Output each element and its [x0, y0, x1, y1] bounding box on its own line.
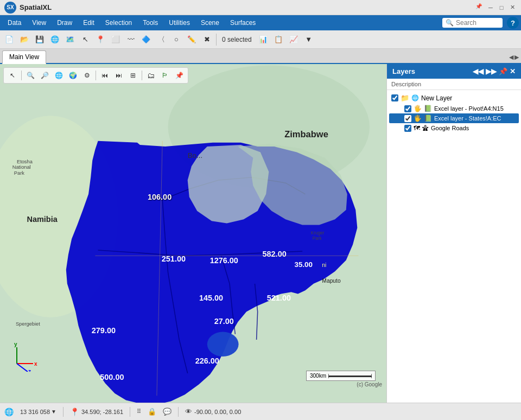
tree-item-checkbox-layer2[interactable]: [404, 115, 411, 122]
map-tool-flag[interactable]: 🏳: [158, 69, 171, 82]
tree-item-layer1[interactable]: 🖐 📗 Excel layer - Pivot!A4:N15: [389, 104, 519, 113]
tree-item-layer2[interactable]: 🖐 📗 Excel layer - States!A:EC: [389, 113, 519, 123]
tree-item-icon-roads: 🗺: [414, 124, 420, 132]
tab-arrow-right[interactable]: ▶: [514, 54, 519, 61]
window-controls: 📌 ─ □ ✕: [475, 3, 517, 12]
map-canvas[interactable]: Zimbabwe Namibia Bo... Maputo Etosha Nat…: [0, 64, 386, 403]
tb-delete-btn[interactable]: ✖: [200, 33, 214, 47]
close-button[interactable]: ✕: [508, 3, 517, 12]
svg-text:27.00: 27.00: [214, 317, 234, 326]
scale-label: 300km: [310, 373, 326, 379]
tb-open-btn[interactable]: 📂: [17, 33, 31, 47]
toolbar-separator-1: [216, 34, 217, 46]
tab-bar: Main View ◀ ▶: [0, 49, 521, 64]
map-pin-icon: 📍: [70, 408, 79, 416]
maximize-button[interactable]: □: [497, 3, 506, 12]
map-tool-forward[interactable]: ⏭: [112, 69, 125, 82]
tb-lasso-btn[interactable]: 〰: [124, 33, 138, 47]
tb-chart-btn[interactable]: 📈: [287, 33, 301, 47]
menu-surfaces[interactable]: Surfaces: [225, 17, 261, 29]
tb-globe-btn[interactable]: 🌐: [48, 33, 62, 47]
tb-save-btn[interactable]: 💾: [33, 33, 47, 47]
tb-polygon-btn[interactable]: 🔷: [139, 33, 153, 47]
tb-path-btn[interactable]: 〈: [154, 33, 168, 47]
map-tool-back[interactable]: ⏮: [98, 69, 111, 82]
tb-table-btn[interactable]: 📋: [271, 33, 285, 47]
status-view-coords: -90.00, 0.00, 0.00: [194, 409, 241, 415]
status-chat-icon: 💬: [163, 408, 171, 416]
status-lock-icon: 🔒: [148, 408, 156, 416]
tree-item-label-layer2: Excel layer - States!A:EC: [434, 115, 501, 122]
svg-text:35.00: 35.00: [294, 260, 313, 269]
tree-item-icon-hand2: 🖐: [414, 114, 422, 122]
menu-scene[interactable]: Scene: [195, 17, 225, 29]
search-input[interactable]: [456, 19, 499, 27]
toolbar: 📄 📂 💾 🌐 🗺️ ↖ 📍 ⬜ 〰 🔷 〈 ○ ✏️ ✖ 0 selected…: [0, 30, 521, 49]
title-pin-icon[interactable]: 📌: [475, 3, 482, 12]
tree-item-checkbox-layer1[interactable]: [404, 105, 411, 112]
status-record-dropdown-icon[interactable]: ▼: [51, 409, 56, 415]
status-globe: 🌐: [4, 408, 14, 416]
tree-folder-checkbox-root[interactable]: [391, 94, 398, 101]
tab-arrow-left[interactable]: ◀: [509, 54, 513, 61]
map-tool-globe[interactable]: 🌐: [52, 69, 65, 82]
tree-item-icon-roads2: 🛣: [422, 124, 429, 132]
svg-text:Etosha: Etosha: [17, 159, 33, 164]
menu-selection[interactable]: Selection: [100, 17, 137, 29]
svg-text:Zimbabwe: Zimbabwe: [284, 129, 328, 139]
menu-edit[interactable]: Edit: [78, 17, 100, 29]
minimize-button[interactable]: ─: [486, 3, 495, 12]
tb-select-rect-btn[interactable]: ⬜: [109, 33, 123, 47]
map-toolbar-sep-3: [142, 71, 142, 80]
layers-pin-btn[interactable]: 📌: [499, 67, 507, 75]
layers-header: Layers ◀◀ ▶▶ 📌 ✕: [387, 64, 521, 79]
tb-export-btn[interactable]: 📊: [256, 33, 270, 47]
tb-circle-btn[interactable]: ○: [169, 33, 183, 47]
menu-draw[interactable]: Draw: [52, 17, 78, 29]
svg-text:Namibia: Namibia: [27, 215, 58, 224]
svg-point-3: [207, 332, 239, 357]
layers-close-btn[interactable]: ✕: [510, 67, 516, 75]
menu-utilities[interactable]: Utilities: [163, 17, 195, 29]
status-globe-icon: 🌐: [4, 408, 14, 416]
menu-view[interactable]: View: [27, 17, 52, 29]
tb-map-btn[interactable]: 🗺️: [63, 33, 77, 47]
svg-text:145.00: 145.00: [199, 294, 223, 302]
map-tool-arrow[interactable]: ↖: [6, 69, 19, 82]
svg-text:106.00: 106.00: [148, 193, 171, 201]
status-bar: 🌐 13 316 058 ▼ 📍 34.590; -28.161 ⠿ 🔒 💬 👁…: [0, 403, 521, 420]
status-record-count[interactable]: 13 316 058 ▼: [20, 409, 56, 415]
layers-collapse-btn[interactable]: ◀◀: [473, 67, 484, 75]
help-button[interactable]: ?: [507, 17, 519, 29]
menu-data[interactable]: Data: [2, 17, 27, 29]
tab-main-view[interactable]: Main View: [2, 50, 46, 64]
tb-cursor-btn[interactable]: ↖: [78, 33, 92, 47]
map-tool-settings[interactable]: ⚙: [80, 69, 93, 82]
tree-item-checkbox-layer3[interactable]: [404, 125, 411, 132]
tree-item-icon-excel: 📗: [424, 105, 432, 112]
status-coordinates: 34.590; -28.161: [81, 409, 123, 415]
map-tool-layers[interactable]: 🗂: [144, 69, 157, 82]
map-tool-zoom-in[interactable]: 🔍: [24, 69, 37, 82]
svg-text:x: x: [34, 361, 37, 367]
map-tool-pin[interactable]: 📌: [173, 69, 186, 82]
svg-text:y: y: [14, 342, 17, 347]
tree-folder-label: New Layer: [421, 94, 452, 102]
status-dots-icon: ⠿: [137, 408, 141, 415]
tb-more-btn[interactable]: ▼: [302, 33, 316, 47]
map-tool-grid[interactable]: ⊞: [126, 69, 139, 82]
search-box[interactable]: 🔍: [442, 18, 503, 28]
tree-item-icon-hand: 🖐: [414, 105, 422, 112]
axes-indicator: x y z: [9, 342, 39, 373]
layers-expand-btn[interactable]: ▶▶: [486, 67, 497, 75]
tb-new-btn[interactable]: 📄: [2, 33, 16, 47]
status-record-count-label: 13 316 058: [20, 409, 50, 415]
tree-item-layer3[interactable]: 🗺 🛣 Google Roads: [389, 123, 519, 133]
menu-tools[interactable]: Tools: [137, 17, 163, 29]
map-tool-globe-alt[interactable]: 🌍: [66, 69, 79, 82]
svg-text:Bo...: Bo...: [188, 151, 203, 160]
tree-folder-root[interactable]: 📁 🌐 New Layer: [389, 92, 519, 104]
tb-edit-btn[interactable]: ✏️: [185, 33, 199, 47]
map-tool-zoom-out[interactable]: 🔎: [38, 69, 51, 82]
tb-pin-btn[interactable]: 📍: [93, 33, 107, 47]
